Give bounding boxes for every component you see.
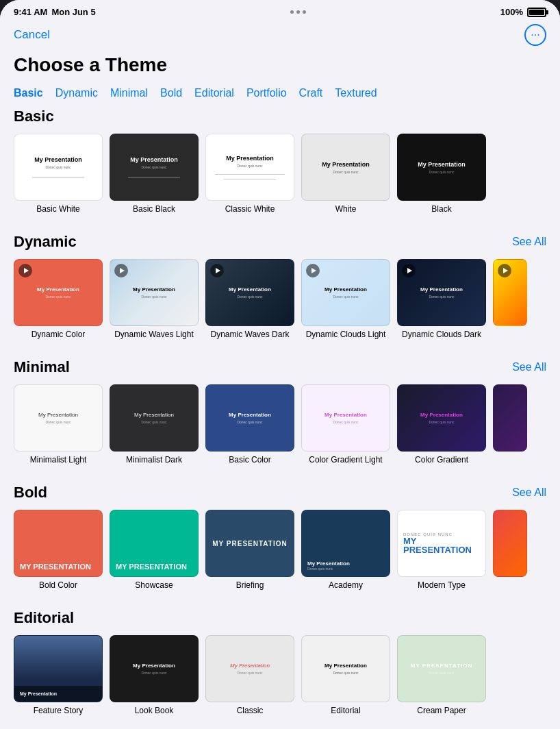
theme-showcase-label: Showcase	[135, 580, 173, 590]
thumb-dynamic-partial	[493, 259, 527, 326]
basic-themes-row: My Presentation Donec quis nunc Basic Wh…	[14, 134, 546, 214]
theme-classic-label: Classic	[237, 706, 264, 715]
theme-academy[interactable]: My Presentation Donec quis nunc Academy	[301, 510, 390, 590]
thumb-black: My Presentation Donec quis nunc	[397, 134, 486, 201]
thumb-academy: My Presentation Donec quis nunc	[301, 510, 390, 577]
tab-minimal[interactable]: Minimal	[110, 87, 148, 99]
minimal-see-all[interactable]: See All	[512, 361, 546, 373]
theme-dynamic-clouds-light[interactable]: My Presentation Donec quis nunc Dynamic …	[301, 259, 390, 339]
theme-look-book-label: Look Book	[135, 706, 174, 715]
play-icon-waves-light	[114, 264, 128, 277]
theme-cream-paper[interactable]: MY PRESENTATION Donec quis nunc Cream Pa…	[397, 635, 486, 715]
bold-see-all[interactable]: See All	[512, 486, 546, 499]
theme-classic-white-label: Classic White	[225, 204, 275, 214]
theme-dynamic-clouds-dark[interactable]: My Presentation Donec quis nunc Dynamic …	[397, 259, 486, 339]
tab-craft[interactable]: Craft	[299, 87, 323, 99]
theme-basic-white[interactable]: My Presentation Donec quis nunc Basic Wh…	[14, 134, 103, 214]
theme-black[interactable]: My Presentation Donec quis nunc Black	[397, 134, 486, 214]
tab-bold[interactable]: Bold	[160, 87, 182, 99]
cancel-button[interactable]: Cancel	[14, 28, 50, 42]
theme-academy-label: Academy	[329, 580, 363, 590]
thumb-briefing: MY PRESENTATION	[205, 510, 294, 577]
top-nav: Cancel ···	[0, 20, 560, 51]
play-icon-clouds-dark	[402, 264, 416, 277]
theme-basic-white-label: Basic White	[36, 204, 79, 214]
theme-basic-color-label: Basic Color	[229, 455, 270, 465]
thumb-basic-black: My Presentation Donec quis nunc	[110, 134, 199, 201]
thumb-editorial: My Presentation Donec quis nunc	[301, 635, 390, 702]
section-bold-title: Bold	[14, 484, 47, 502]
play-icon-partial	[498, 264, 511, 277]
thumb-bold-color: MY PRESENTATION	[14, 510, 103, 577]
theme-color-gradient-light-label: Color Gradient Light	[309, 455, 382, 465]
theme-bold-partial	[493, 510, 527, 590]
thumb-dynamic-clouds-dark: My Presentation Donec quis nunc	[397, 259, 486, 326]
theme-bold-color[interactable]: MY PRESENTATION Bold Color	[14, 510, 103, 590]
theme-dynamic-waves-light[interactable]: My Presentation Donec quis nunc Dynamic …	[110, 259, 199, 339]
battery-icon	[527, 8, 546, 17]
theme-basic-black[interactable]: My Presentation Donec quis nunc Basic Bl…	[110, 134, 199, 214]
tab-textured[interactable]: Textured	[335, 87, 377, 99]
section-editorial: Editorial My Presentation Feature Story	[14, 609, 546, 715]
theme-dynamic-color-label: Dynamic Color	[31, 330, 86, 339]
theme-dynamic-waves-dark[interactable]: My Presentation Donec quis nunc Dynamic …	[205, 259, 294, 339]
theme-minimalist-light[interactable]: My Presentation Donec quis nunc Minimali…	[14, 384, 103, 465]
more-options-button[interactable]: ···	[524, 24, 546, 46]
tab-dynamic[interactable]: Dynamic	[55, 87, 98, 99]
section-dynamic-title: Dynamic	[14, 233, 77, 251]
theme-briefing-label: Briefing	[236, 580, 264, 590]
thumb-dynamic-waves-dark: My Presentation Donec quis nunc	[205, 259, 294, 326]
thumb-cream-paper: MY PRESENTATION Donec quis nunc	[397, 635, 486, 702]
thumb-dynamic-color: My Presentation Donec quis nunc	[14, 259, 103, 326]
tab-editorial[interactable]: Editorial	[194, 87, 234, 99]
date-display: Mon Jun 5	[51, 7, 95, 17]
thumb-classic-white: My Presentation Donec quis nunc	[205, 134, 294, 201]
theme-showcase[interactable]: MY PRESENTATION Showcase	[110, 510, 199, 590]
theme-feature-story-label: Feature Story	[34, 706, 84, 715]
thumb-bold-partial	[493, 510, 527, 577]
theme-look-book[interactable]: My Presentation Donec quis nunc Look Boo…	[110, 635, 199, 715]
theme-dynamic-color[interactable]: My Presentation Donec quis nunc Dynamic …	[14, 259, 103, 339]
editorial-themes-row: My Presentation Feature Story My Present…	[14, 635, 546, 715]
section-minimal-header: Minimal See All	[14, 358, 546, 376]
thumb-color-gradient: My Presentation Donec quis nunc	[397, 384, 486, 452]
theme-basic-color[interactable]: My Presentation Donec quis nunc Basic Co…	[205, 384, 294, 465]
thumb-minimalist-light: My Presentation Donec quis nunc	[14, 384, 103, 452]
section-basic: Basic My Presentation Donec quis nunc Ba…	[14, 108, 546, 214]
theme-white[interactable]: My Presentation Donec quis nunc White	[301, 134, 390, 214]
theme-feature-story[interactable]: My Presentation Feature Story	[14, 635, 103, 715]
section-basic-title: Basic	[14, 108, 54, 125]
theme-editorial[interactable]: My Presentation Donec quis nunc Editoria…	[301, 635, 390, 715]
thumb-basic-color: My Presentation Donec quis nunc	[205, 384, 294, 452]
dots-menu	[290, 10, 306, 14]
theme-modern-type[interactable]: DONEC QUIS NUNC MY PRESENTATION Modern T…	[397, 510, 486, 590]
tab-portfolio[interactable]: Portfolio	[246, 87, 287, 99]
theme-classic[interactable]: My Presentation Donec quis nunc Classic	[205, 635, 294, 715]
device-frame: 9:41 AM Mon Jun 5 100% Cancel ··· Choose…	[0, 0, 560, 729]
tab-basic[interactable]: Basic	[14, 87, 43, 99]
theme-briefing[interactable]: MY PRESENTATION Briefing	[205, 510, 294, 590]
theme-minimalist-dark[interactable]: My Presentation Donec quis nunc Minimali…	[110, 384, 199, 465]
thumb-dynamic-waves-light: My Presentation Donec quis nunc	[110, 259, 199, 326]
section-dynamic-header: Dynamic See All	[14, 233, 546, 251]
time-display: 9:41 AM	[14, 7, 47, 17]
thumb-color-gradient-light: My Presentation Donec quis nunc	[301, 384, 390, 452]
thumb-modern-type: DONEC QUIS NUNC MY PRESENTATION	[397, 510, 486, 577]
dynamic-see-all[interactable]: See All	[512, 236, 546, 248]
theme-classic-white[interactable]: My Presentation Donec quis nunc Classic …	[205, 134, 294, 214]
section-editorial-header: Editorial	[14, 609, 546, 627]
theme-bold-color-label: Bold Color	[39, 580, 77, 590]
theme-dynamic-clouds-dark-label: Dynamic Clouds Dark	[402, 330, 481, 339]
section-bold: Bold See All MY PRESENTATION Bold Color	[14, 484, 546, 590]
theme-color-gradient[interactable]: My Presentation Donec quis nunc Color Gr…	[397, 384, 486, 465]
theme-white-label: White	[335, 204, 357, 214]
theme-color-gradient-light[interactable]: My Presentation Donec quis nunc Color Gr…	[301, 384, 390, 465]
theme-minimal-partial	[493, 384, 527, 465]
section-editorial-title: Editorial	[14, 609, 74, 627]
section-minimal-title: Minimal	[14, 358, 70, 376]
theme-modern-type-label: Modern Type	[418, 580, 466, 590]
status-bar: 9:41 AM Mon Jun 5 100%	[0, 0, 560, 20]
battery-label: 100%	[500, 7, 523, 17]
bold-themes-row: MY PRESENTATION Bold Color MY PRESENTATI…	[14, 510, 546, 590]
section-dynamic: Dynamic See All My Presentation Donec qu…	[14, 233, 546, 339]
